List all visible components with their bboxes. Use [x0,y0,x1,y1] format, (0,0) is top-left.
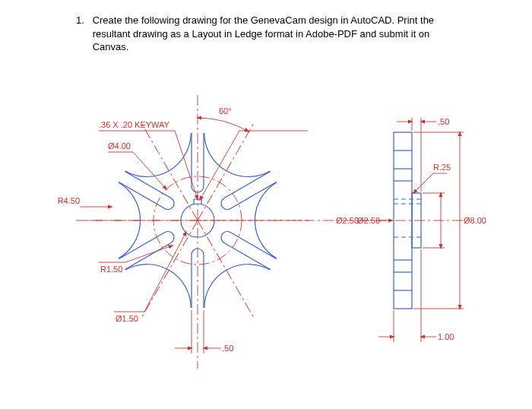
dim-dia800-text: Ø8.00 [464,216,486,225]
dim-r150-text: R1.50 [100,265,122,274]
dim-dia150: Ø1.50 [114,232,186,323]
instruction-text: 1. Create the following drawing for the … [76,14,456,54]
dim-r25: R.25 [413,163,451,193]
front-view: .36 X .20 KEYWAY 60° Ø4.00 R4.50 R1.50 Ø… [58,95,372,369]
instruction-number: 1. [76,14,90,27]
dim-dia250-label: Ø2.50 [336,216,359,225]
side-view: .50 R.25 Ø2.50 Ø2.50 Ø2.50 Ø8.00 [336,117,486,342]
instruction-body: Create the following drawing for the Gen… [93,14,456,54]
dim-angle-60: 60° [198,106,249,132]
dim-r450: R4.50 [58,196,112,207]
dim-slot50-text: .50 [222,344,233,353]
dim-dia150-text: Ø1.50 [116,314,138,323]
dim-60-text: 60° [219,106,232,116]
dim-r150: R1.50 [99,246,173,274]
dim-keyway-text: .36 X .20 KEYWAY [99,120,170,129]
drawing-canvas: .36 X .20 KEYWAY 60° Ø4.00 R4.50 R1.50 Ø… [46,61,502,395]
dim-thick-100: 1.00 [378,249,454,342]
dim-r25-text: R.25 [433,163,451,172]
dim-dia-4: Ø4.00 [108,141,166,189]
dim-100-text: 1.00 [438,332,454,341]
dim-step-50: .50 [397,117,449,192]
dim-step50-text: .50 [438,117,449,126]
dim-slot-50: .50 [175,310,233,354]
dim-dia4-text: Ø4.00 [108,141,131,151]
dim-r450-text: R4.50 [58,196,80,205]
